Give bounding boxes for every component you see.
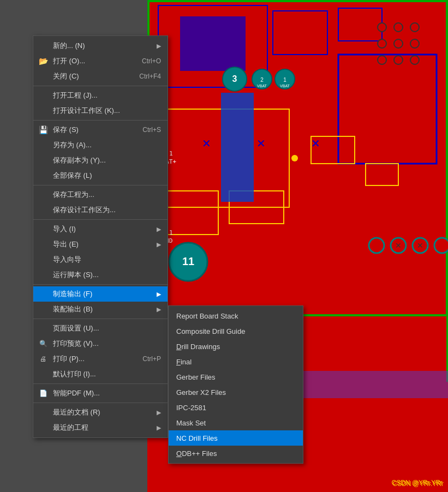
menu-label-export: 导出 (E)	[53, 239, 79, 249]
menu-item-save-as[interactable]: 另存为 (A)...	[33, 137, 168, 153]
menu-label-save: 保存 (S)	[53, 125, 79, 135]
save-icon: 💾	[38, 124, 49, 135]
submenu-label-gerber-files: Gerber Files	[176, 373, 216, 381]
menu-item-import[interactable]: 导入 (I) ▶	[33, 221, 168, 237]
submenu-label-drill-drawings: Drill Drawings	[176, 343, 220, 351]
menu-label-open-project: 打开工程 (J)...	[53, 91, 98, 100]
menu-item-default-print[interactable]: 默认打印 (I)...	[33, 367, 168, 382]
separator-7	[33, 383, 168, 384]
submenu-item-gerber-files[interactable]: Gerber Files	[169, 369, 303, 385]
underline-d: D	[176, 343, 181, 351]
arrow-icon-assembly: ▶	[157, 306, 161, 313]
arrow-icon-new: ▶	[157, 43, 161, 50]
menu-label-smart-pdf: 智能PDF (M)...	[53, 388, 100, 398]
shortcut-open: Ctrl+O	[142, 57, 161, 65]
menu-label-open: 打开 (O)...	[53, 56, 85, 66]
submenu-item-gerber-x2-files[interactable]: Gerber X2 Files	[169, 385, 303, 400]
print-icon: 🖨	[38, 353, 49, 364]
submenu-label-report-board-stack: Report Board Stack	[176, 312, 238, 320]
menu-item-save[interactable]: 💾 保存 (S) Ctrl+S	[33, 122, 168, 137]
submenu-manufacture: Report Board Stack Composite Drill Guide…	[168, 305, 303, 464]
separator-3	[33, 185, 168, 185]
menu-item-run-script[interactable]: 运行脚本 (S)...	[33, 267, 168, 283]
menu-item-import-wizard[interactable]: 导入向导	[33, 252, 168, 267]
menu-item-new[interactable]: 新的... (N) ▶	[33, 38, 168, 53]
separator-4	[33, 219, 168, 220]
menu-item-save-all[interactable]: 全部保存 (L)	[33, 168, 168, 183]
menu-label-run-script: 运行脚本 (S)...	[53, 270, 99, 280]
arrow-icon-manufacture: ▶	[157, 291, 161, 298]
menu-label-import-wizard: 导入向导	[53, 255, 81, 265]
menu-label-save-all: 全部保存 (L)	[53, 171, 92, 181]
menu-label-manufacture: 制造输出 (F)	[53, 289, 92, 299]
submenu-label-gerber-x2-files: Gerber X2 Files	[176, 388, 226, 397]
menu-item-save-copy[interactable]: 保存副本为 (Y)...	[33, 153, 168, 168]
menu-label-close: 关闭 (C)	[53, 71, 79, 81]
arrow-icon-recent-projects: ▶	[157, 424, 161, 431]
submenu-item-drill-drawings[interactable]: Drill Drawings	[169, 339, 303, 354]
arrow-icon-export: ▶	[157, 241, 161, 248]
underline-o: O	[176, 449, 182, 458]
separator-8	[33, 403, 168, 403]
menu-label-print: 打印 (P)...	[53, 354, 85, 364]
separator-1	[33, 86, 168, 86]
submenu-item-report-board-stack[interactable]: Report Board Stack	[169, 308, 303, 323]
menu-item-smart-pdf[interactable]: 📄 智能PDF (M)...	[33, 386, 168, 401]
submenu-item-ipc-2581[interactable]: IPC-2581	[169, 400, 303, 415]
submenu-item-mask-set[interactable]: Mask Set	[169, 415, 303, 430]
underline-f: F	[176, 358, 181, 366]
submenu-item-nc-drill-files[interactable]: NC Drill Files	[169, 430, 303, 446]
submenu-label-ipc-2581: IPC-2581	[176, 404, 206, 412]
menu-label-recent-docs: 最近的文档 (R)	[53, 407, 100, 417]
menu-label-default-print: 默认打印 (I)...	[53, 369, 96, 379]
submenu-item-final[interactable]: Final	[169, 354, 303, 369]
menu-label-new: 新的... (N)	[53, 41, 85, 51]
submenu-item-odb-files[interactable]: ODB++ Files	[169, 446, 303, 461]
arrow-icon-import: ▶	[157, 226, 161, 233]
submenu-label-mask-set: Mask Set	[176, 419, 206, 427]
smart-pdf-icon: 📄	[38, 388, 49, 399]
menu-item-open-workspace[interactable]: 打开设计工作区 (K)...	[33, 103, 168, 118]
menu-item-open-project[interactable]: 打开工程 (J)...	[33, 88, 168, 103]
menu-label-open-workspace: 打开设计工作区 (K)...	[53, 106, 120, 116]
menu-item-open[interactable]: 📂 打开 (O)... Ctrl+O	[33, 53, 168, 69]
menu-label-save-copy: 保存副本为 (Y)...	[53, 155, 106, 165]
menu-label-save-project-as: 保存工程为...	[53, 190, 94, 200]
menu-item-print-preview[interactable]: 🔍 打印预览 (V)...	[33, 336, 168, 351]
submenu-label-odb-files: ODB++ Files	[176, 449, 217, 458]
separator-6	[33, 319, 168, 319]
menu-label-print-preview: 打印预览 (V)...	[53, 339, 99, 349]
open-icon: 📂	[38, 56, 49, 67]
menu-label-recent-projects: 最近的工程	[53, 423, 88, 433]
shortcut-save: Ctrl+S	[142, 126, 161, 134]
menu-label-save-as: 另存为 (A)...	[53, 140, 92, 150]
menu-item-assembly[interactable]: 装配输出 (B) ▶	[33, 302, 168, 317]
submenu-label-final: Final	[176, 358, 192, 366]
submenu-label-composite-drill-guide: Composite Drill Guide	[176, 327, 245, 335]
menu-item-manufacture[interactable]: 制造输出 (F) ▶	[33, 286, 168, 302]
menu-item-print[interactable]: 🖨 打印 (P)... Ctrl+P	[33, 351, 168, 367]
shortcut-close: Ctrl+F4	[139, 73, 161, 80]
menu-item-save-workspace-as[interactable]: 保存设计工作区为...	[33, 202, 168, 218]
menu-item-recent-docs[interactable]: 最近的文档 (R) ▶	[33, 405, 168, 420]
menu-item-recent-projects[interactable]: 最近的工程 ▶	[33, 420, 168, 435]
watermark-text: CSDN @YRr.YRr	[392, 480, 444, 488]
print-preview-icon: 🔍	[38, 338, 49, 349]
separator-5	[33, 284, 168, 285]
separator-2	[33, 120, 168, 121]
menu-item-close[interactable]: 关闭 (C) Ctrl+F4	[33, 69, 168, 84]
submenu-item-composite-drill-guide[interactable]: Composite Drill Guide	[169, 323, 303, 339]
menu-item-save-project-as[interactable]: 保存工程为...	[33, 187, 168, 202]
menu-label-import: 导入 (I)	[53, 224, 76, 234]
main-context-menu: 新的... (N) ▶ 📂 打开 (O)... Ctrl+O 关闭 (C) Ct…	[33, 35, 168, 438]
menu-label-page-setup: 页面设置 (U)...	[53, 323, 99, 333]
pcb-green-border	[147, 0, 448, 316]
menu-label-assembly: 装配输出 (B)	[53, 304, 93, 314]
shortcut-print: Ctrl+P	[142, 355, 161, 363]
arrow-icon-recent-docs: ▶	[157, 409, 161, 416]
menu-label-save-workspace-as: 保存设计工作区为...	[53, 205, 116, 215]
menu-item-export[interactable]: 导出 (E) ▶	[33, 237, 168, 252]
menu-item-page-setup[interactable]: 页面设置 (U)...	[33, 321, 168, 336]
submenu-label-nc-drill-files: NC Drill Files	[176, 434, 218, 442]
